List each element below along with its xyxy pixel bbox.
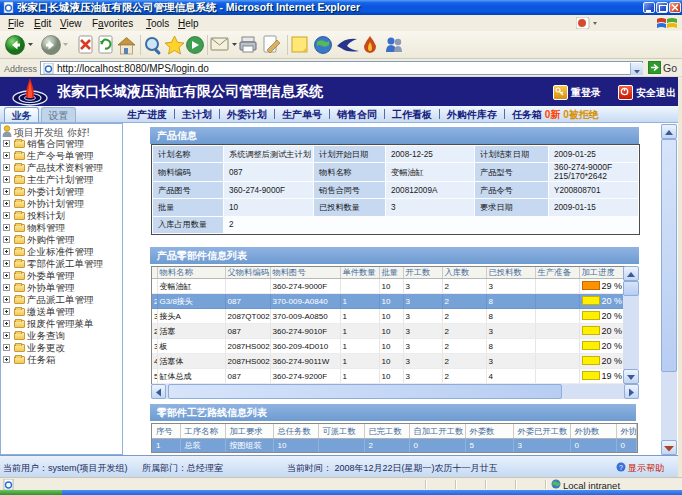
svg-text:?: ? — [619, 464, 623, 471]
